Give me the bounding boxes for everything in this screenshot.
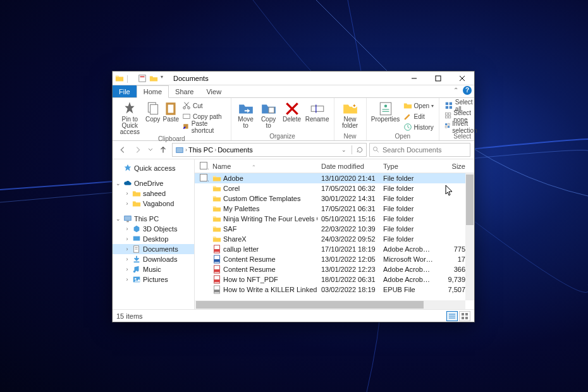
tree-documents[interactable]: ›Documents: [113, 244, 194, 254]
file-type: EPUB File: [379, 286, 438, 293]
file-name: SAF: [223, 225, 236, 233]
recent-dropdown-icon[interactable]: [147, 144, 154, 156]
breadcrumb-documents[interactable]: Documents: [217, 146, 253, 154]
file-type: File folder: [379, 215, 438, 223]
delete-button[interactable]: Delete: [281, 99, 303, 133]
file-row[interactable]: ShareX24/03/2022 09:52File folder: [195, 234, 474, 244]
qat-properties-icon[interactable]: [138, 74, 147, 83]
column-name[interactable]: Name ⌃: [209, 162, 317, 170]
back-button[interactable]: [116, 144, 129, 156]
edit-button[interactable]: Edit: [402, 111, 435, 121]
tab-share[interactable]: Share: [169, 85, 200, 97]
tab-view[interactable]: View: [200, 85, 228, 97]
file-row[interactable]: Custom Office Templates30/01/2022 14:31F…: [195, 193, 474, 204]
navigation-pane[interactable]: Quick access ⌄OneDrive ›saheed ›Vagabond…: [113, 159, 195, 309]
copy-button[interactable]: Copy: [145, 99, 161, 135]
horizontal-scrollbar[interactable]: [195, 300, 465, 309]
details-view-button[interactable]: [446, 311, 458, 321]
tree-onedrive-folder[interactable]: ›saheed: [113, 188, 194, 199]
paste-shortcut-button[interactable]: Paste shortcut: [181, 122, 227, 132]
vertical-scrollbar[interactable]: [465, 173, 474, 300]
tree-onedrive-folder[interactable]: ›Vagabond: [113, 199, 194, 209]
breadcrumb-thispc[interactable]: This PC: [188, 146, 213, 154]
file-row[interactable]: How to Write a KILLER LinkedIn Profile..…: [195, 285, 474, 295]
expand-icon[interactable]: ⌄: [115, 216, 121, 222]
file-row[interactable]: How to NFT_PDF18/01/2022 06:31Adobe Acro…: [195, 274, 474, 285]
tree-desktop[interactable]: ›Desktop: [113, 234, 194, 244]
tree-quick-access[interactable]: Quick access: [113, 163, 194, 173]
file-type: File folder: [379, 185, 438, 192]
thumbnails-view-button[interactable]: [459, 311, 470, 321]
scrollbar-thumb[interactable]: [196, 301, 424, 309]
expand-icon[interactable]: ›: [124, 226, 130, 232]
file-row[interactable]: SAF22/03/2022 10:39File folder: [195, 224, 474, 234]
svg-line-12: [185, 102, 188, 107]
expand-icon[interactable]: ›: [124, 276, 130, 283]
move-to-button[interactable]: Move to: [235, 99, 257, 133]
forward-button[interactable]: [132, 144, 144, 156]
expand-icon[interactable]: ›: [124, 190, 130, 197]
titlebar[interactable]: | ▾ Documents: [113, 71, 474, 85]
expand-icon[interactable]: ›: [124, 246, 130, 252]
history-button[interactable]: History: [402, 122, 435, 132]
expand-icon[interactable]: ⌄: [115, 180, 121, 187]
file-row[interactable]: Adobe13/10/2020 21:41File folder: [195, 173, 474, 183]
scrollbar-thumb[interactable]: [466, 175, 474, 225]
pin-quick-access-button[interactable]: Pin to Quick access: [116, 99, 144, 135]
tree-pictures[interactable]: ›Pictures: [113, 274, 194, 285]
expand-icon[interactable]: ›: [124, 200, 130, 207]
file-size: 7,507: [438, 286, 469, 293]
qat-new-folder-icon[interactable]: [149, 74, 158, 83]
help-icon[interactable]: ?: [463, 86, 472, 95]
search-input[interactable]: [383, 146, 467, 154]
file-row[interactable]: Content Resume13/01/2022 12:05Microsoft …: [195, 254, 474, 264]
expand-icon[interactable]: ›: [124, 266, 130, 273]
close-button[interactable]: [450, 71, 474, 85]
maximize-button[interactable]: [426, 71, 450, 85]
qat-dropdown-icon[interactable]: ▾: [161, 74, 169, 83]
file-row[interactable]: Corel17/05/2021 06:32File folder: [195, 183, 474, 193]
column-type[interactable]: Type: [379, 162, 438, 170]
file-row[interactable]: Ninja Writing The Four Levels Of Writi..…: [195, 214, 474, 224]
tree-onedrive[interactable]: ⌄OneDrive: [113, 178, 194, 188]
rename-button[interactable]: Rename: [305, 99, 330, 133]
invert-selection-button[interactable]: Invert selection: [443, 122, 481, 132]
select-none-icon: [444, 112, 451, 121]
tree-downloads[interactable]: ›Downloads: [113, 254, 194, 264]
file-list: Name ⌃ Date modified Type Size Adobe13/1…: [195, 159, 474, 309]
chevron-right-icon[interactable]: ›: [214, 147, 216, 153]
minimize-button[interactable]: [402, 71, 426, 85]
column-checkbox[interactable]: [196, 162, 209, 171]
tree-3d-objects[interactable]: ›3D Objects: [113, 224, 194, 234]
column-size[interactable]: Size: [438, 162, 469, 170]
up-button[interactable]: [157, 144, 169, 156]
file-row[interactable]: Content Resume13/01/2022 12:23Adobe Acro…: [195, 264, 474, 274]
chevron-down-icon[interactable]: ⌄: [341, 147, 346, 153]
collapse-ribbon-icon[interactable]: ⌃: [451, 87, 460, 94]
pictures-icon: [132, 275, 141, 284]
file-row[interactable]: My Palettes17/05/2021 06:31File folder: [195, 204, 474, 214]
expand-icon[interactable]: ›: [124, 256, 130, 262]
file-date: 18/01/2022 06:31: [317, 276, 379, 283]
file-name: Adobe: [223, 175, 243, 182]
copy-to-button[interactable]: Copy to: [258, 99, 279, 133]
file-row[interactable]: callup letter17/10/2021 18:19Adobe Acrob…: [195, 244, 474, 254]
search-box[interactable]: [369, 143, 470, 157]
tree-this-pc[interactable]: ⌄This PC: [113, 214, 194, 224]
paste-button[interactable]: Paste: [162, 99, 180, 135]
expand-icon[interactable]: ›: [124, 236, 130, 242]
chevron-right-icon[interactable]: ›: [185, 147, 187, 153]
cut-button[interactable]: Cut: [181, 101, 227, 111]
breadcrumb[interactable]: › This PC › Documents ⌄: [172, 143, 367, 157]
properties-button[interactable]: Properties: [371, 99, 401, 133]
file-explorer-window: | ▾ Documents File Home Share View ⌃ ?: [112, 71, 475, 322]
column-date[interactable]: Date modified: [317, 162, 379, 170]
tree-music[interactable]: ›Music: [113, 264, 194, 274]
tab-home[interactable]: Home: [137, 85, 169, 98]
ribbon-group-clipboard: Pin to Quick access Copy Paste Cut Copy …: [113, 98, 231, 140]
refresh-button[interactable]: [356, 146, 364, 154]
svg-rect-16: [269, 107, 274, 113]
tab-file[interactable]: File: [113, 85, 137, 97]
open-button[interactable]: Open ▾: [402, 101, 435, 111]
new-folder-button[interactable]: ✦New folder: [338, 99, 362, 133]
